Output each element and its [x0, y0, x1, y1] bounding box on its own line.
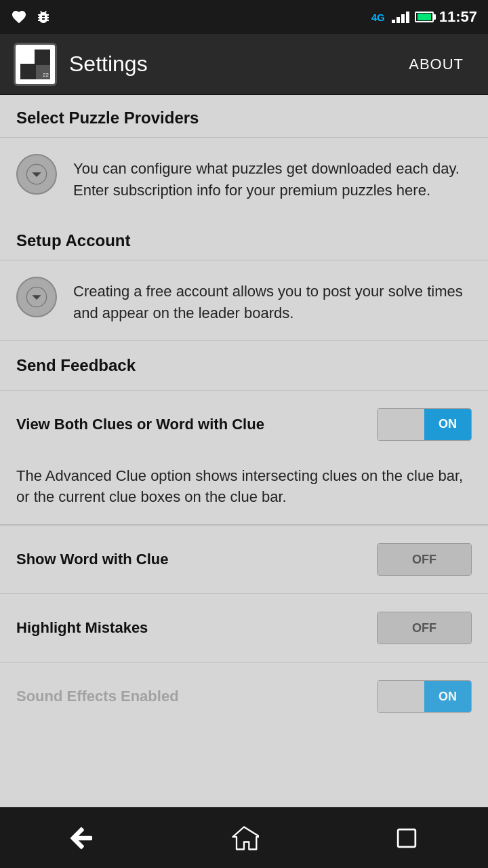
- sound-effects-row[interactable]: Sound Effects Enabled ON: [0, 662, 488, 730]
- signal-bars: [392, 12, 409, 23]
- puzzle-providers-description: You can configure what puzzles get downl…: [73, 154, 472, 201]
- send-feedback-label: Send Feedback: [16, 356, 136, 374]
- puzzle-providers-header: Select Puzzle Providers: [0, 95, 488, 137]
- wrench-icon: [11, 9, 27, 25]
- highlight-mistakes-row[interactable]: Highlight Mistakes OFF: [0, 593, 488, 662]
- recents-button[interactable]: [352, 818, 461, 859]
- network-type: 4G: [371, 12, 385, 23]
- show-word-clue-row[interactable]: Show Word with Clue OFF: [0, 525, 488, 593]
- svg-rect-2: [398, 829, 415, 847]
- puzzle-providers-row[interactable]: You can configure what puzzles get downl…: [0, 137, 488, 218]
- app-icon: 22: [14, 43, 57, 86]
- setup-account-row[interactable]: Creating a free account allows you to po…: [0, 260, 488, 340]
- back-button[interactable]: [27, 818, 136, 859]
- toggle-off-label-3: OFF: [378, 612, 471, 644]
- status-bar-left: [11, 9, 52, 25]
- app-bar: 22 Settings ABOUT: [0, 34, 488, 95]
- view-both-clues-row[interactable]: View Both Clues or Word with Clue ON: [0, 390, 488, 458]
- toggle-off-label-2: OFF: [378, 544, 471, 575]
- view-both-clues-label: View Both Clues or Word with Clue: [16, 416, 264, 433]
- app-title: Settings: [69, 52, 398, 77]
- battery-icon: [415, 12, 434, 22]
- icon-number: 22: [36, 65, 50, 79]
- dropdown-arrow-icon-2: [26, 286, 47, 308]
- dropdown-arrow-icon: [26, 163, 47, 185]
- back-icon: [66, 823, 96, 853]
- status-bar-right: 4G 11:57: [371, 8, 477, 26]
- puzzle-providers-dropdown-icon[interactable]: [16, 154, 57, 195]
- about-button[interactable]: ABOUT: [398, 49, 474, 80]
- view-both-clues-description: The Advanced Clue option shows intersect…: [0, 458, 488, 526]
- status-bar: 4G 11:57: [0, 0, 488, 34]
- nav-bar: [0, 807, 488, 868]
- bug-icon: [35, 9, 52, 25]
- main-content: Select Puzzle Providers You can configur…: [0, 95, 488, 807]
- show-word-clue-toggle[interactable]: OFF: [377, 543, 472, 576]
- setup-account-dropdown-icon[interactable]: [16, 277, 57, 317]
- toggle-on-label: ON: [424, 409, 471, 440]
- sound-effects-on-label: ON: [424, 681, 471, 712]
- setup-account-description: Creating a free account allows you to po…: [73, 277, 472, 324]
- recents-icon: [392, 823, 422, 853]
- sound-effects-label: Sound Effects Enabled: [16, 688, 179, 705]
- toggle-off-label: [378, 409, 424, 440]
- home-icon: [229, 823, 259, 853]
- view-both-clues-toggle[interactable]: ON: [377, 408, 472, 441]
- show-word-clue-label: Show Word with Clue: [16, 551, 168, 568]
- send-feedback-row[interactable]: Send Feedback: [0, 340, 488, 390]
- highlight-mistakes-label: Highlight Mistakes: [16, 619, 148, 637]
- setup-account-header: Setup Account: [0, 218, 488, 260]
- sound-effects-toggle[interactable]: ON: [377, 680, 472, 713]
- status-time: 11:57: [439, 8, 477, 26]
- highlight-mistakes-toggle[interactable]: OFF: [377, 612, 472, 644]
- home-button[interactable]: [190, 818, 298, 859]
